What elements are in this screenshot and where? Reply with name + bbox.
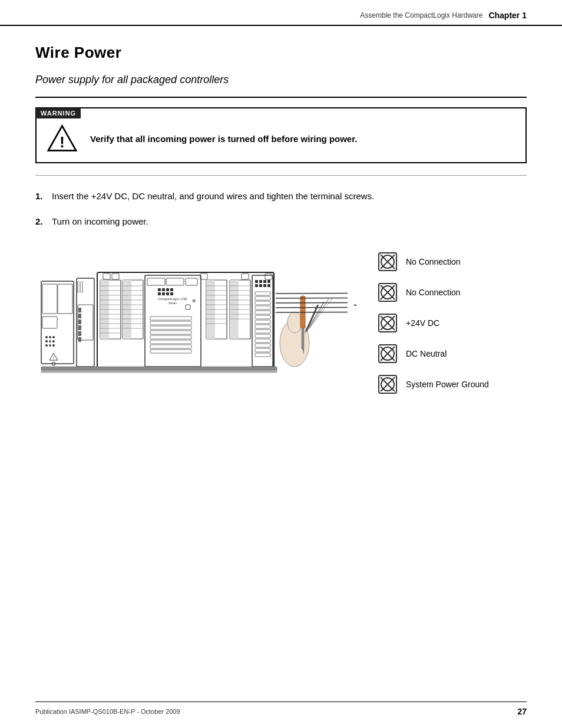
svg-rect-25 — [78, 319, 81, 324]
svg-rect-30 — [103, 274, 110, 279]
svg-rect-116 — [255, 301, 270, 305]
svg-rect-65 — [162, 288, 165, 291]
svg-rect-118 — [255, 311, 270, 314]
legend-label-4: DC Neutral — [406, 349, 447, 358]
svg-text:✳: ✳ — [191, 298, 196, 304]
svg-text:!: ! — [59, 134, 64, 150]
svg-rect-111 — [259, 284, 262, 287]
svg-rect-23 — [78, 308, 81, 312]
legend-item-3: +24V DC — [378, 313, 489, 333]
svg-rect-26 — [78, 325, 81, 330]
step-2-num: 2. — [35, 215, 52, 229]
svg-rect-120 — [255, 320, 270, 324]
svg-rect-62 — [166, 278, 184, 285]
svg-rect-123 — [255, 334, 270, 338]
step-1-text: Insert the +24V DC, DC neutral, and grou… — [52, 190, 374, 203]
svg-rect-110 — [255, 284, 258, 287]
page-header: Assemble the CompactLogix Hardware Chapt… — [0, 0, 562, 26]
svg-rect-129 — [41, 370, 277, 373]
header-breadcrumb: Assemble the CompactLogix Hardware — [360, 11, 482, 19]
svg-rect-124 — [255, 339, 270, 342]
svg-rect-126 — [255, 348, 270, 352]
svg-line-140 — [276, 293, 348, 294]
svg-rect-82 — [150, 345, 191, 348]
page: Assemble the CompactLogix Hardware Chapt… — [0, 0, 562, 728]
legend-item-2: No Connection — [378, 282, 489, 302]
svg-rect-24 — [78, 314, 81, 318]
separator-dash: - — [353, 299, 357, 311]
svg-line-144 — [276, 312, 348, 312]
svg-point-6 — [45, 336, 48, 338]
diagram-area: ! — [35, 246, 527, 394]
svg-rect-61 — [147, 278, 165, 285]
warning-label: WARNING — [36, 108, 81, 118]
svg-rect-127 — [255, 353, 270, 357]
svg-rect-128 — [41, 367, 277, 370]
subtitle: Power supply for all packaged controller… — [35, 74, 527, 86]
svg-rect-121 — [255, 325, 270, 328]
svg-rect-64 — [158, 288, 161, 291]
svg-rect-122 — [255, 330, 270, 333]
svg-rect-79 — [150, 331, 191, 334]
svg-rect-3 — [42, 284, 57, 314]
legend-label-2: No Connection — [406, 288, 461, 297]
title-divider — [35, 97, 527, 98]
svg-rect-113 — [267, 284, 270, 287]
svg-point-7 — [49, 336, 51, 338]
chapter-label: Chapter 1 — [488, 11, 527, 20]
steps-list: 1. Insert the +24V DC, DC neutral, and g… — [35, 190, 527, 228]
step-2-text: Turn on incoming power. — [52, 215, 148, 229]
svg-rect-119 — [255, 315, 270, 319]
svg-rect-114 — [255, 292, 270, 295]
svg-rect-66 — [166, 288, 169, 291]
warning-box: WARNING ! Verify that all incoming power… — [35, 107, 527, 163]
svg-rect-75 — [186, 305, 190, 309]
svg-point-131 — [287, 312, 302, 333]
warning-divider — [35, 175, 527, 176]
legend-item-4: DC Neutral — [378, 344, 489, 364]
step-2: 2. Turn on incoming power. — [35, 215, 527, 229]
legend-item-1: No Connection — [378, 252, 489, 272]
svg-point-13 — [49, 344, 51, 347]
legend-icon-2 — [378, 282, 398, 302]
hardware-svg: ! — [35, 246, 348, 393]
svg-rect-28 — [78, 337, 81, 342]
legend-label-5: System Power Ground — [406, 380, 489, 389]
svg-rect-5 — [58, 284, 72, 314]
svg-point-14 — [52, 344, 55, 347]
footer-publication: Publication IASIMP-QS010B-EN-P - October… — [35, 708, 180, 715]
legend-icon-3 — [378, 313, 398, 333]
page-title: Wire Power — [35, 44, 527, 62]
svg-text:!: ! — [53, 355, 54, 360]
svg-rect-67 — [170, 288, 173, 291]
svg-rect-77 — [150, 321, 191, 325]
svg-rect-27 — [78, 331, 81, 336]
hardware-diagram: ! — [35, 246, 348, 381]
svg-rect-34 — [265, 274, 272, 279]
legend-label-1: No Connection — [406, 257, 461, 266]
svg-rect-107 — [259, 280, 262, 283]
svg-line-143 — [276, 307, 348, 308]
svg-rect-80 — [150, 335, 191, 339]
legend-item-5: System Power Ground — [378, 374, 489, 394]
svg-line-137 — [308, 302, 324, 330]
svg-rect-4 — [42, 317, 57, 328]
svg-rect-63 — [186, 278, 197, 285]
svg-rect-109 — [267, 280, 270, 283]
svg-rect-108 — [263, 280, 266, 283]
step-1: 1. Insert the +24V DC, DC neutral, and g… — [35, 190, 527, 203]
step-1-num: 1. — [35, 190, 52, 203]
svg-point-11 — [52, 340, 55, 342]
svg-point-9 — [45, 340, 48, 342]
svg-rect-115 — [255, 297, 270, 300]
legend-label-3: +24V DC — [406, 318, 439, 328]
svg-rect-70 — [166, 292, 169, 295]
svg-rect-69 — [162, 292, 165, 295]
svg-rect-125 — [255, 344, 270, 347]
svg-rect-31 — [112, 274, 119, 279]
svg-line-139 — [310, 298, 333, 328]
svg-point-12 — [45, 344, 48, 347]
legend-icon-1 — [378, 252, 398, 272]
svg-line-142 — [276, 302, 348, 303]
svg-point-8 — [52, 336, 55, 338]
